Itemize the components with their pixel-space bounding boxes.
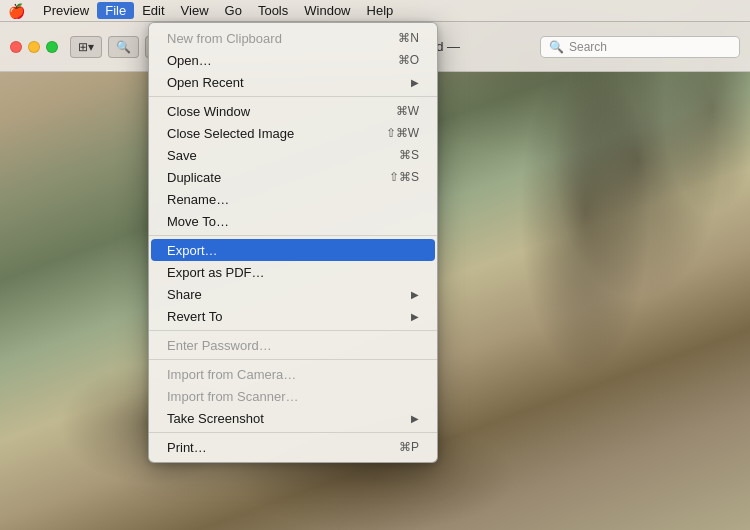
submenu-arrow: ▶ <box>411 311 419 322</box>
menu-item-label: Close Selected Image <box>167 126 294 141</box>
menu-item-open-recent[interactable]: Open Recent ▶ <box>149 71 437 93</box>
menu-item-label: Open… <box>167 53 212 68</box>
menu-item-label: New from Clipboard <box>167 31 282 46</box>
menu-item-shortcut: ⌘W <box>396 104 419 118</box>
menu-item-enter-password[interactable]: Enter Password… <box>149 334 437 356</box>
submenu-arrow: ▶ <box>411 289 419 300</box>
menubar-view[interactable]: View <box>173 2 217 19</box>
menu-item-label: Revert To <box>167 309 222 324</box>
menu-item-label: Import from Camera… <box>167 367 296 382</box>
menu-item-label: Export… <box>167 243 218 258</box>
search-placeholder: Search <box>569 40 607 54</box>
menubar-edit[interactable]: Edit <box>134 2 172 19</box>
menubar-window[interactable]: Window <box>296 2 358 19</box>
menu-item-import-scanner[interactable]: Import from Scanner… <box>149 385 437 407</box>
menu-item-shortcut: ⌘P <box>399 440 419 454</box>
menu-item-print[interactable]: Print… ⌘P <box>149 436 437 458</box>
menu-item-label: Close Window <box>167 104 250 119</box>
zoom-button[interactable]: 🔍 <box>108 36 139 58</box>
menu-item-new-clipboard[interactable]: New from Clipboard ⌘N <box>149 27 437 49</box>
sidebar-toggle-button[interactable]: ⊞▾ <box>70 36 102 58</box>
menubar-go[interactable]: Go <box>217 2 250 19</box>
separator-2 <box>149 235 437 236</box>
search-icon: 🔍 <box>549 40 564 54</box>
menu-item-duplicate[interactable]: Duplicate ⇧⌘S <box>149 166 437 188</box>
separator-3 <box>149 330 437 331</box>
menu-item-label: Share <box>167 287 202 302</box>
menu-item-label: Duplicate <box>167 170 221 185</box>
menu-item-shortcut: ⇧⌘S <box>389 170 419 184</box>
menu-item-close-window[interactable]: Close Window ⌘W <box>149 100 437 122</box>
menu-item-save[interactable]: Save ⌘S <box>149 144 437 166</box>
close-button[interactable] <box>10 41 22 53</box>
menu-item-export[interactable]: Export… <box>151 239 435 261</box>
menu-item-label: Take Screenshot <box>167 411 264 426</box>
menu-item-open[interactable]: Open… ⌘O <box>149 49 437 71</box>
search-box[interactable]: 🔍 Search <box>540 36 740 58</box>
menu-item-shortcut: ⇧⌘W <box>386 126 419 140</box>
submenu-arrow: ▶ <box>411 77 419 88</box>
separator-1 <box>149 96 437 97</box>
menu-item-label: Move To… <box>167 214 229 229</box>
separator-4 <box>149 359 437 360</box>
menubar-tools[interactable]: Tools <box>250 2 296 19</box>
submenu-arrow: ▶ <box>411 413 419 424</box>
fullscreen-button[interactable] <box>46 41 58 53</box>
menu-item-rename[interactable]: Rename… <box>149 188 437 210</box>
menu-item-close-selected[interactable]: Close Selected Image ⇧⌘W <box>149 122 437 144</box>
menubar-file[interactable]: File <box>97 2 134 19</box>
menu-item-shortcut: ⌘N <box>398 31 419 45</box>
menu-item-move-to[interactable]: Move To… <box>149 210 437 232</box>
menu-item-shortcut: ⌘O <box>398 53 419 67</box>
menu-item-label: Export as PDF… <box>167 265 265 280</box>
menu-item-revert-to[interactable]: Revert To ▶ <box>149 305 437 327</box>
menu-item-shortcut: ⌘S <box>399 148 419 162</box>
file-dropdown-menu: New from Clipboard ⌘N Open… ⌘O Open Rece… <box>148 22 438 463</box>
menu-item-label: Print… <box>167 440 207 455</box>
separator-5 <box>149 432 437 433</box>
menu-item-label: Rename… <box>167 192 229 207</box>
menu-item-label: Import from Scanner… <box>167 389 299 404</box>
menu-item-take-screenshot[interactable]: Take Screenshot ▶ <box>149 407 437 429</box>
minimize-button[interactable] <box>28 41 40 53</box>
menu-item-import-camera[interactable]: Import from Camera… <box>149 363 437 385</box>
menubar-preview[interactable]: Preview <box>35 2 97 19</box>
traffic-lights <box>10 41 58 53</box>
menu-bar: 🍎 Preview File Edit View Go Tools Window… <box>0 0 750 22</box>
menu-item-label: Save <box>167 148 197 163</box>
menubar-help[interactable]: Help <box>359 2 402 19</box>
apple-menu-icon[interactable]: 🍎 <box>8 3 25 19</box>
menu-item-label: Open Recent <box>167 75 244 90</box>
menu-item-export-pdf[interactable]: Export as PDF… <box>149 261 437 283</box>
menu-item-share[interactable]: Share ▶ <box>149 283 437 305</box>
menu-item-label: Enter Password… <box>167 338 272 353</box>
